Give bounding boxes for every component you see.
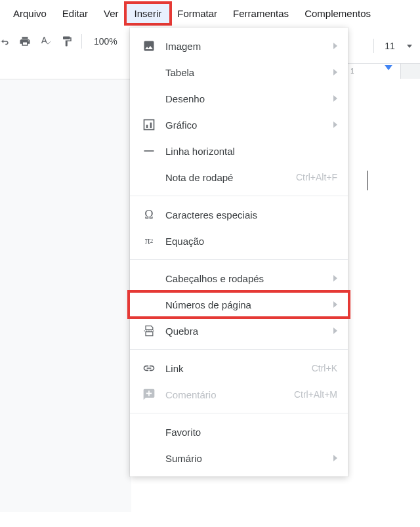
menu-item-quebra[interactable]: Quebra (130, 318, 348, 344)
toolbar-divider (81, 34, 82, 49)
menu-item-imagem[interactable]: Imagem (130, 33, 348, 59)
menu-separator (130, 196, 348, 196)
menu-arquivo[interactable]: Arquivo (5, 4, 54, 23)
zoom-select[interactable]: 100% (87, 36, 121, 47)
spellcheck-icon[interactable] (37, 32, 55, 51)
menu-ver[interactable]: Ver (96, 4, 127, 23)
svg-rect-0 (144, 120, 154, 130)
menu-item-link[interactable]: Link Ctrl+K (130, 355, 348, 381)
chart-icon (142, 117, 156, 132)
menu-formatar[interactable]: Formatar (169, 4, 225, 23)
submenu-arrow-icon (333, 327, 337, 334)
submenu-arrow-icon (333, 301, 337, 308)
menu-inserir-label: Inserir (135, 8, 162, 19)
chevron-down-icon[interactable] (407, 45, 412, 48)
menu-item-tabela[interactable]: Tabela (130, 59, 348, 85)
document-background (0, 79, 131, 512)
submenu-arrow-icon (333, 43, 337, 49)
menu-editar[interactable]: Editar (54, 4, 96, 23)
menu-label: Números de página (165, 299, 333, 310)
menu-separator (130, 259, 348, 260)
blank-icon (142, 451, 156, 465)
menu-separator (130, 413, 348, 413)
ruler-tick: 1 (350, 68, 354, 75)
indent-marker-icon[interactable] (385, 65, 392, 70)
paint-format-icon[interactable] (58, 32, 76, 51)
blank-icon (142, 271, 156, 285)
menu-label: Comentário (165, 389, 294, 400)
menu-item-grafico[interactable]: Gráfico (130, 112, 348, 138)
menu-complementos[interactable]: Complementos (297, 4, 379, 23)
menu-label: Equação (165, 236, 337, 247)
submenu-arrow-icon (333, 455, 337, 461)
menu-inserir[interactable]: Inserir (127, 4, 170, 23)
blank-icon (142, 425, 156, 439)
menu-item-equacao[interactable]: π2 Equação (130, 228, 348, 254)
menu-label: Favorito (165, 427, 337, 438)
submenu-arrow-icon (333, 121, 337, 128)
font-size-input[interactable]: 11 (378, 38, 402, 54)
menu-label: Quebra (165, 326, 333, 337)
toolbar-divider (373, 39, 374, 53)
svg-rect-2 (150, 123, 152, 128)
menu-item-caracteres-especiais[interactable]: Ω Caracteres especiais (130, 201, 348, 228)
page-break-icon (142, 324, 156, 338)
menu-item-cabecalhos-rodapes[interactable]: Cabeçalhos e rodapés (130, 265, 348, 291)
menu-label: Imagem (165, 41, 333, 52)
blank-icon (142, 91, 156, 106)
menu-label: Desenho (165, 93, 333, 104)
menu-shortcut: Ctrl+Alt+M (294, 389, 337, 400)
menu-label: Caracteres especiais (165, 209, 337, 221)
menu-ferramentas[interactable]: Ferramentas (225, 4, 297, 23)
menu-item-desenho[interactable]: Desenho (130, 85, 348, 112)
menu-label: Nota de rodapé (165, 172, 296, 183)
omega-icon: Ω (142, 207, 156, 222)
pi-icon: π2 (142, 234, 156, 248)
blank-icon (142, 170, 156, 184)
image-icon (142, 39, 156, 53)
menu-label: Link (165, 363, 312, 374)
menu-shortcut: Ctrl+K (312, 363, 337, 373)
submenu-arrow-icon (333, 69, 337, 75)
insert-dropdown: Imagem Tabela Desenho Gráfico Linha hori… (130, 28, 348, 476)
link-icon (142, 361, 156, 375)
blank-icon (142, 297, 156, 312)
svg-rect-1 (146, 125, 148, 128)
submenu-arrow-icon (333, 275, 337, 282)
menu-item-nota-rodape[interactable]: Nota de rodapé Ctrl+Alt+F (130, 164, 348, 190)
menu-item-favorito[interactable]: Favorito (130, 419, 348, 445)
menu-shortcut: Ctrl+Alt+F (296, 172, 337, 182)
menu-label: Cabeçalhos e rodapés (165, 273, 333, 284)
menubar: Arquivo Editar Ver Inserir Formatar Ferr… (0, 0, 420, 27)
comment-icon (142, 387, 156, 402)
menu-item-comentario: Comentário Ctrl+Alt+M (130, 381, 348, 408)
svg-rect-3 (144, 150, 154, 152)
menu-item-sumario[interactable]: Sumário (130, 445, 348, 471)
horizontal-rule-icon (142, 144, 156, 158)
ruler-margin (400, 64, 420, 79)
menu-label: Tabela (165, 67, 333, 78)
menu-label: Sumário (165, 453, 333, 464)
text-cursor (367, 171, 368, 190)
menu-item-linha-horizontal[interactable]: Linha horizontal (130, 138, 348, 164)
submenu-arrow-icon (333, 95, 337, 102)
redo-icon[interactable] (0, 32, 13, 51)
menu-label: Linha horizontal (165, 146, 337, 157)
font-size-box: 11 (371, 38, 412, 54)
print-icon[interactable] (16, 32, 34, 51)
ruler: 1 (348, 63, 420, 79)
blank-icon (142, 65, 156, 79)
menu-label: Gráfico (165, 119, 333, 131)
menu-separator (130, 349, 348, 350)
menu-item-numeros-pagina[interactable]: Números de página (130, 291, 348, 318)
